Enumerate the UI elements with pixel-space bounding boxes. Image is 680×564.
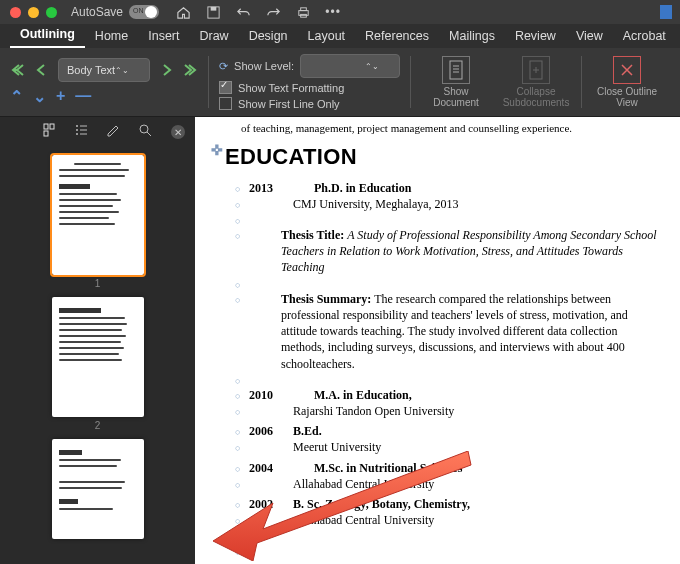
tab-home[interactable]: Home xyxy=(85,24,138,48)
svg-point-14 xyxy=(76,125,78,127)
more-icon[interactable]: ••• xyxy=(325,4,341,20)
show-level-refresh-icon[interactable]: ⟳ xyxy=(219,60,228,73)
page-thumbnail-2[interactable] xyxy=(52,297,144,417)
expand-icon[interactable]: + xyxy=(56,87,65,106)
expand-marker-icon[interactable]: ✜ xyxy=(211,142,219,161)
ribbon-outlining: Body Text⌃⌄ ⌃ ⌄ + — ⟳Show Level:⌃⌄ Show … xyxy=(0,48,680,117)
move-up-icon[interactable]: ⌃ xyxy=(10,87,23,106)
ribbon-tabs: Outlining Home Insert Draw Design Layout… xyxy=(0,24,680,48)
doc-icon xyxy=(658,4,674,20)
tab-design[interactable]: Design xyxy=(239,24,298,48)
close-icon xyxy=(613,56,641,84)
outline-bullet-icon: ○ xyxy=(235,546,243,558)
outline-bullet-icon: ○ xyxy=(235,390,243,402)
promote-to-heading1-icon[interactable] xyxy=(10,62,26,78)
svg-rect-13 xyxy=(44,131,48,136)
outline-bullet-icon: ○ xyxy=(235,230,243,242)
separator xyxy=(208,56,209,108)
tab-layout[interactable]: Layout xyxy=(298,24,356,48)
close-outline-view-button[interactable]: Close Outline View xyxy=(592,56,662,108)
zoom-window-button[interactable] xyxy=(46,7,57,18)
redo-icon[interactable] xyxy=(265,4,281,20)
show-level-select[interactable]: ⌃⌄ xyxy=(300,54,400,78)
separator xyxy=(410,56,411,108)
show-text-formatting-checkbox[interactable] xyxy=(219,81,232,94)
svg-point-20 xyxy=(140,125,148,133)
tab-review[interactable]: Review xyxy=(505,24,566,48)
show-first-line-label: Show First Line Only xyxy=(238,98,339,110)
print-icon[interactable] xyxy=(295,4,311,20)
autosave-label: AutoSave xyxy=(71,5,123,19)
find-icon[interactable] xyxy=(138,123,154,139)
tab-mailings[interactable]: Mailings xyxy=(439,24,505,48)
minimize-window-button[interactable] xyxy=(28,7,39,18)
autosave-toggle[interactable]: ON xyxy=(129,5,159,19)
svg-rect-5 xyxy=(660,5,672,19)
outline-bullet-icon: ○ xyxy=(235,499,243,511)
heading-education: EDUCATION xyxy=(225,142,357,172)
demote-icon[interactable] xyxy=(158,62,174,78)
outline-bullet-icon: ○ xyxy=(235,215,243,227)
collapse-icon[interactable]: — xyxy=(75,87,91,106)
tab-draw[interactable]: Draw xyxy=(189,24,238,48)
window-controls xyxy=(10,7,57,18)
show-document-button[interactable]: Show Document xyxy=(421,56,491,108)
thumbnails-icon[interactable] xyxy=(42,123,58,139)
outline-bullet-icon: ○ xyxy=(235,375,243,387)
promote-icon[interactable] xyxy=(34,62,50,78)
outline-bullet-icon: ○ xyxy=(235,426,243,438)
svg-rect-11 xyxy=(44,124,48,129)
show-first-line-checkbox[interactable] xyxy=(219,97,232,110)
headings-icon[interactable] xyxy=(74,123,90,139)
outline-bullet-icon: ○ xyxy=(235,199,243,211)
svg-point-18 xyxy=(76,133,78,135)
separator xyxy=(581,56,582,108)
show-text-formatting-label: Show Text Formatting xyxy=(238,82,344,94)
svg-rect-1 xyxy=(210,6,216,10)
svg-rect-3 xyxy=(300,7,306,10)
outline-bullet-icon: ○ xyxy=(235,183,243,195)
outline-bullet-icon: ○ xyxy=(235,531,243,543)
window-titlebar: AutoSave ON ••• xyxy=(0,0,680,24)
close-window-button[interactable] xyxy=(10,7,21,18)
outline-level-select[interactable]: Body Text⌃⌄ xyxy=(58,58,150,82)
page-number: 1 xyxy=(95,278,101,289)
undo-icon[interactable] xyxy=(235,4,251,20)
tab-view[interactable]: View xyxy=(566,24,613,48)
collapse-subdoc-icon xyxy=(522,56,550,84)
document-icon xyxy=(442,56,470,84)
outline-bullet-icon: ○ xyxy=(235,294,243,306)
document-outline-area[interactable]: of teaching, management, project managem… xyxy=(195,117,680,564)
outline-bullet-icon: ○ xyxy=(235,479,243,491)
move-down-icon[interactable]: ⌄ xyxy=(33,87,46,106)
reviewing-icon[interactable] xyxy=(106,123,122,139)
tab-outlining[interactable]: Outlining xyxy=(10,22,85,48)
svg-rect-6 xyxy=(450,61,462,79)
thumbnails-pane: ✕ 1 2 xyxy=(0,117,195,564)
close-pane-icon[interactable]: ✕ xyxy=(171,125,185,139)
collapse-subdocuments-button[interactable]: Collapse Subdocuments xyxy=(501,56,571,108)
svg-line-21 xyxy=(147,132,151,136)
svg-point-16 xyxy=(76,129,78,131)
show-level-label: Show Level: xyxy=(234,60,294,72)
tab-acrobat[interactable]: Acrobat xyxy=(613,24,676,48)
outline-bullet-icon: ○ xyxy=(235,515,243,527)
save-icon[interactable] xyxy=(205,4,221,20)
outline-bullet-icon: ○ xyxy=(235,442,243,454)
outline-bullet-icon: ○ xyxy=(235,406,243,418)
outline-bullet-icon: ○ xyxy=(235,279,243,291)
body-text: of teaching, management, project managem… xyxy=(241,121,662,136)
tab-references[interactable]: References xyxy=(355,24,439,48)
page-thumbnail-1[interactable] xyxy=(52,155,144,275)
outline-bullet-icon: ○ xyxy=(235,463,243,475)
demote-to-body-icon[interactable] xyxy=(182,62,198,78)
tab-insert[interactable]: Insert xyxy=(138,24,189,48)
svg-rect-12 xyxy=(50,124,54,129)
home-icon[interactable] xyxy=(175,4,191,20)
quick-access-toolbar: ••• xyxy=(175,4,341,20)
page-number: 2 xyxy=(95,420,101,431)
page-thumbnail-3[interactable] xyxy=(52,439,144,539)
